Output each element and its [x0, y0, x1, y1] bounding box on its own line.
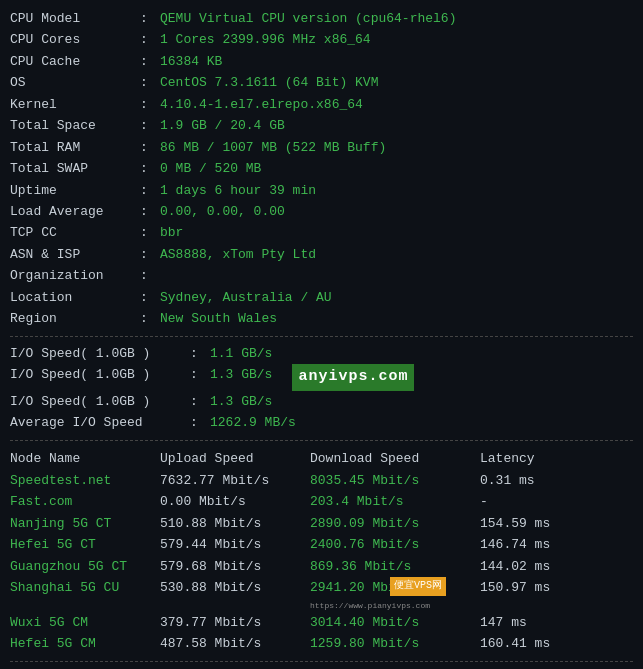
- sysinfo-label: OS: [10, 72, 140, 93]
- sysinfo-value: 0 MB / 520 MB: [160, 158, 261, 179]
- sysinfo-label: Location: [10, 287, 140, 308]
- network-latency: 146.74 ms: [480, 534, 633, 555]
- sysinfo-value: bbr: [160, 222, 183, 243]
- sysinfo-value: AS8888, xTom Pty Ltd: [160, 244, 316, 265]
- sysinfo-row: OS: CentOS 7.3.1611 (64 Bit) KVM: [10, 72, 633, 93]
- network-download: 2941.20 Mbit/s便宜VPS网https://www.pianyivp…: [310, 577, 480, 612]
- sysinfo-label: Uptime: [10, 180, 140, 201]
- network-data-row: Fast.com0.00 Mbit/s203.4 Mbit/s-: [10, 491, 633, 512]
- network-node-name: Fast.com: [10, 491, 160, 512]
- sysinfo-row: TCP CC: bbr: [10, 222, 633, 243]
- sysinfo-row: CPU Cores: 1 Cores 2399.996 MHz x86_64: [10, 29, 633, 50]
- network-node-name: Nanjing 5G CT: [10, 513, 160, 534]
- network-node-name: Speedtest.net: [10, 470, 160, 491]
- sysinfo-row: ASN & ISP: AS8888, xTom Pty Ltd: [10, 244, 633, 265]
- network-upload: 579.44 Mbit/s: [160, 534, 310, 555]
- io-section: I/O Speed( 1.0GB ): 1.1 GB/sI/O Speed( 1…: [10, 343, 633, 441]
- network-latency: 144.02 ms: [480, 556, 633, 577]
- sysinfo-value: QEMU Virtual CPU version (cpu64-rhel6): [160, 8, 456, 29]
- sysinfo-value: 1.9 GB / 20.4 GB: [160, 115, 285, 136]
- network-latency: -: [480, 491, 633, 512]
- sysinfo-value: Sydney, Australia / AU: [160, 287, 332, 308]
- network-header-row: Node NameUpload SpeedDownload SpeedLaten…: [10, 447, 633, 470]
- sysinfo-label: TCP CC: [10, 222, 140, 243]
- io-value: 1.3 GB/s: [210, 364, 272, 391]
- network-header-upload: Upload Speed: [160, 447, 310, 470]
- watermark-2: 便宜VPS网: [390, 577, 446, 596]
- io-row: I/O Speed( 1.0GB ): 1.3 GB/s: [10, 391, 633, 412]
- sysinfo-section: CPU Model: QEMU Virtual CPU version (cpu…: [10, 8, 633, 337]
- sysinfo-row: Organization:: [10, 265, 633, 286]
- network-download: 869.36 Mbit/s: [310, 556, 480, 577]
- io-row: I/O Speed( 1.0GB ): 1.3 GB/sanyivps.com: [10, 364, 633, 391]
- network-node-name: Shanghai 5G CU: [10, 577, 160, 612]
- network-data-row: Wuxi 5G CM379.77 Mbit/s3014.40 Mbit/s147…: [10, 612, 633, 633]
- sysinfo-label: Region: [10, 308, 140, 329]
- sysinfo-row: Uptime: 1 days 6 hour 39 min: [10, 180, 633, 201]
- io-value: 1.3 GB/s: [210, 391, 272, 412]
- network-data-row: Hefei 5G CT579.44 Mbit/s2400.76 Mbit/s14…: [10, 534, 633, 555]
- sysinfo-row: Location: Sydney, Australia / AU: [10, 287, 633, 308]
- sysinfo-label: Total Space: [10, 115, 140, 136]
- io-row: Average I/O Speed: 1262.9 MB/s: [10, 412, 633, 433]
- io-label: I/O Speed( 1.0GB ): [10, 364, 190, 391]
- network-download: 2890.09 Mbit/s: [310, 513, 480, 534]
- network-node-name: Hefei 5G CM: [10, 633, 160, 654]
- network-data-row: Guangzhou 5G CT579.68 Mbit/s869.36 Mbit/…: [10, 556, 633, 577]
- network-download: 2400.76 Mbit/s: [310, 534, 480, 555]
- network-latency: 150.97 ms: [480, 577, 633, 612]
- network-node-name: Wuxi 5G CM: [10, 612, 160, 633]
- sysinfo-value: 86 MB / 1007 MB (522 MB Buff): [160, 137, 386, 158]
- sysinfo-value: 1 days 6 hour 39 min: [160, 180, 316, 201]
- sysinfo-label: CPU Model: [10, 8, 140, 29]
- network-node-name: Guangzhou 5G CT: [10, 556, 160, 577]
- sysinfo-row: Load Average: 0.00, 0.00, 0.00: [10, 201, 633, 222]
- network-download: 1259.80 Mbit/s: [310, 633, 480, 654]
- sysinfo-label: ASN & ISP: [10, 244, 140, 265]
- sysinfo-row: CPU Cache: 16384 KB: [10, 51, 633, 72]
- sysinfo-row: CPU Model: QEMU Virtual CPU version (cpu…: [10, 8, 633, 29]
- io-row: I/O Speed( 1.0GB ): 1.1 GB/s: [10, 343, 633, 364]
- network-header-download: Download Speed: [310, 447, 480, 470]
- io-label: I/O Speed( 1.0GB ): [10, 343, 190, 364]
- sysinfo-label: Total SWAP: [10, 158, 140, 179]
- network-download: 3014.40 Mbit/s: [310, 612, 480, 633]
- sysinfo-value: 0.00, 0.00, 0.00: [160, 201, 285, 222]
- sysinfo-row: Region: New South Wales: [10, 308, 633, 329]
- network-upload: 7632.77 Mbit/s: [160, 470, 310, 491]
- network-download: 8035.45 Mbit/s: [310, 470, 480, 491]
- network-data-row: Shanghai 5G CU530.88 Mbit/s2941.20 Mbit/…: [10, 577, 633, 612]
- sysinfo-row: Total RAM: 86 MB / 1007 MB (522 MB Buff): [10, 137, 633, 158]
- network-upload: 510.88 Mbit/s: [160, 513, 310, 534]
- network-section: Node NameUpload SpeedDownload SpeedLaten…: [10, 447, 633, 662]
- network-data-row: Speedtest.net7632.77 Mbit/s8035.45 Mbit/…: [10, 470, 633, 491]
- network-upload: 379.77 Mbit/s: [160, 612, 310, 633]
- network-latency: 160.41 ms: [480, 633, 633, 654]
- watermark: anyivps.com: [292, 364, 414, 391]
- network-data-row: Hefei 5G CM487.58 Mbit/s1259.80 Mbit/s16…: [10, 633, 633, 654]
- sysinfo-row: Total Space: 1.9 GB / 20.4 GB: [10, 115, 633, 136]
- io-value: 1262.9 MB/s: [210, 412, 296, 433]
- network-upload: 0.00 Mbit/s: [160, 491, 310, 512]
- sysinfo-row: Kernel: 4.10.4-1.el7.elrepo.x86_64: [10, 94, 633, 115]
- sysinfo-value: 1 Cores 2399.996 MHz x86_64: [160, 29, 371, 50]
- network-upload: 579.68 Mbit/s: [160, 556, 310, 577]
- sysinfo-label: Organization: [10, 265, 140, 286]
- sysinfo-label: CPU Cache: [10, 51, 140, 72]
- sysinfo-value: CentOS 7.3.1611 (64 Bit) KVM: [160, 72, 378, 93]
- network-header-name: Node Name: [10, 447, 160, 470]
- network-header-latency: Latency: [480, 447, 633, 470]
- io-label: I/O Speed( 1.0GB ): [10, 391, 190, 412]
- sysinfo-value: 16384 KB: [160, 51, 222, 72]
- network-latency: 0.31 ms: [480, 470, 633, 491]
- sysinfo-label: Kernel: [10, 94, 140, 115]
- network-data-row: Nanjing 5G CT510.88 Mbit/s2890.09 Mbit/s…: [10, 513, 633, 534]
- network-node-name: Hefei 5G CT: [10, 534, 160, 555]
- network-upload: 487.58 Mbit/s: [160, 633, 310, 654]
- sysinfo-row: Total SWAP: 0 MB / 520 MB: [10, 158, 633, 179]
- network-latency: 154.59 ms: [480, 513, 633, 534]
- network-latency: 147 ms: [480, 612, 633, 633]
- sysinfo-label: Total RAM: [10, 137, 140, 158]
- sysinfo-label: CPU Cores: [10, 29, 140, 50]
- network-download: 203.4 Mbit/s: [310, 491, 480, 512]
